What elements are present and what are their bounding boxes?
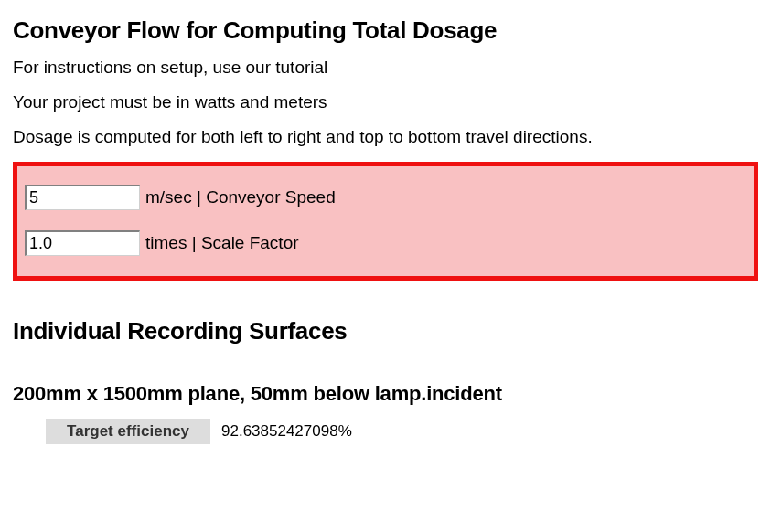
- scale-factor-input[interactable]: [25, 230, 140, 256]
- table-row: Target efficiency 92.63852427098%: [46, 419, 363, 444]
- scale-factor-row: times | Scale Factor: [25, 230, 746, 256]
- conveyor-speed-input[interactable]: [25, 185, 140, 210]
- surface-1-title: 200mm x 1500mm plane, 50mm below lamp.in…: [13, 382, 758, 406]
- surface-1-results-table: Target efficiency 92.63852427098%: [46, 419, 363, 444]
- scale-factor-label: times | Scale Factor: [145, 233, 299, 253]
- target-efficiency-value: 92.63852427098%: [210, 419, 363, 444]
- intro-text-3: Dosage is computed for both left to righ…: [13, 127, 758, 147]
- surfaces-heading: Individual Recording Surfaces: [13, 317, 758, 346]
- conveyor-settings-panel: m/sec | Conveyor Speed times | Scale Fac…: [13, 162, 758, 281]
- conveyor-speed-row: m/sec | Conveyor Speed: [25, 185, 746, 210]
- intro-text-1: For instructions on setup, use our tutor…: [13, 58, 758, 78]
- target-efficiency-label: Target efficiency: [46, 419, 210, 444]
- page-title: Conveyor Flow for Computing Total Dosage: [13, 16, 758, 45]
- conveyor-speed-label: m/sec | Conveyor Speed: [145, 187, 336, 207]
- intro-text-2: Your project must be in watts and meters: [13, 92, 758, 112]
